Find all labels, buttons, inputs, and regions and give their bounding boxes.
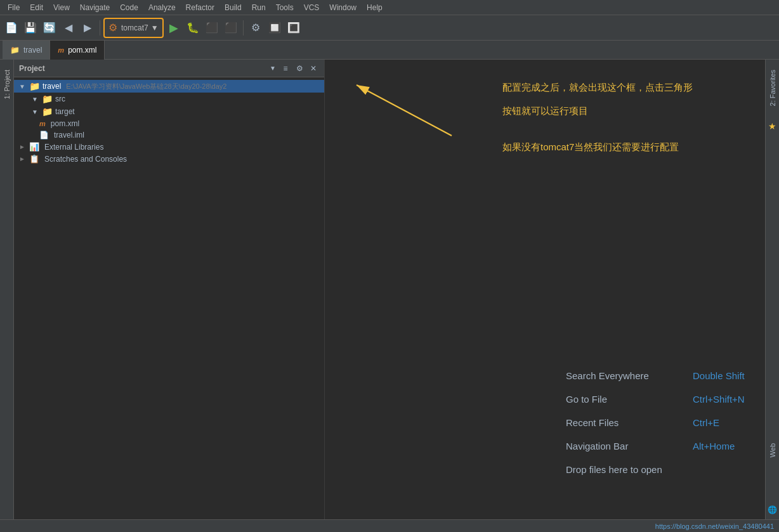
menu-analyze[interactable]: Analyze: [143, 2, 181, 13]
hide-panel-button[interactable]: ✕: [308, 63, 319, 74]
tab-pomxml-icon: m: [58, 46, 64, 54]
build-button[interactable]: 🔲: [266, 19, 284, 37]
back-button[interactable]: ◀: [60, 19, 77, 37]
shortcut-search-everywhere-label: Search Everywhere: [566, 370, 693, 381]
file-icon-pom: m: [39, 120, 46, 127]
favorites-tab-vertical[interactable]: 2: Favorites: [767, 65, 778, 111]
folder-icon-target: 📁: [42, 107, 53, 117]
drop-files-label: Drop files here to open: [566, 464, 662, 475]
run-button[interactable]: ▶: [165, 19, 183, 37]
shortcut-goto-file-label: Go to File: [566, 394, 693, 405]
tree-label-external: External Libraries: [44, 143, 103, 152]
tree-path-travel: E:\JAVA学习资料\JavaWeb基础28天\day20-28\day2: [66, 82, 226, 91]
menu-file[interactable]: File: [3, 2, 25, 13]
tree-item-external[interactable]: ► 📊 External Libraries: [14, 141, 324, 153]
tab-travel[interactable]: 📁 travel: [3, 41, 50, 60]
tab-pomxml-label: pom.xml: [68, 46, 96, 55]
tree-label-src: src: [55, 94, 65, 103]
tree-label-scratches: Scratches and Consoles: [44, 155, 127, 164]
debug-button[interactable]: 🐛: [184, 19, 202, 37]
file-icon-iml: 📄: [39, 131, 49, 139]
menu-edit[interactable]: Edit: [25, 2, 48, 13]
tree-arrow-src: ▼: [32, 96, 39, 103]
toolbar: 📄 💾 🔄 ◀ ▶ ⚙ tomcat7 ▼ ▶ 🐛 ⬛ ⬛ ⚙ 🔲 🔳: [0, 15, 779, 41]
tree-arrow-target: ▼: [32, 108, 39, 115]
panel-title: Project: [19, 64, 266, 73]
tab-bar: 📁 travel m pom.xml: [0, 41, 779, 60]
dropdown-arrow: ▼: [151, 23, 159, 32]
run-config-label: tomcat7: [121, 23, 148, 32]
url-text: https://blog.csdn.net/weixin_43480441: [655, 522, 774, 530]
menu-build[interactable]: Build: [219, 2, 247, 13]
panel-actions: ≡ ⚙ ✕: [280, 63, 319, 74]
shortcuts-area: Search Everywhere Double Shift Go to Fil…: [566, 364, 760, 481]
shortcut-drop-files: Drop files here to open: [566, 458, 760, 481]
tab-travel-icon: 📁: [10, 46, 20, 55]
shortcut-nav-bar-label: Navigation Bar: [566, 441, 693, 451]
favorites-star-icon: ★: [768, 121, 776, 131]
run-config-icon: ⚙: [108, 22, 117, 34]
new-file-button[interactable]: 📄: [3, 19, 20, 37]
run-config-dropdown[interactable]: tomcat7 ▼: [121, 23, 159, 32]
sdk-button[interactable]: ⚙: [247, 19, 265, 37]
tree-item-iml[interactable]: 📄 travel.iml: [14, 129, 324, 141]
shortcut-search-everywhere-key: Double Shift: [693, 370, 745, 381]
settings-button[interactable]: ⚙: [294, 63, 305, 74]
shortcut-recent-files: Recent Files Ctrl+E: [566, 411, 760, 434]
svg-line-1: [357, 85, 452, 136]
run-config-box: ⚙ tomcat7 ▼: [103, 18, 164, 38]
project-tab-vertical[interactable]: 1: Project: [1, 65, 13, 104]
tree-label-iml: travel.iml: [54, 131, 84, 139]
shortcut-nav-bar: Navigation Bar Alt+Home: [566, 434, 760, 458]
menu-bar: File Edit View Navigate Code Analyze Ref…: [0, 0, 779, 15]
menu-vcs[interactable]: VCS: [299, 2, 325, 13]
annotation-block-1: 配置完成之后，就会出现这个框，点击三角形 按钮就可以运行项目: [452, 79, 779, 119]
tree-item-pom[interactable]: m pom.xml: [14, 118, 324, 129]
separator-2: [243, 20, 244, 36]
annotation-line1: 配置完成之后，就会出现这个框，点击三角形: [502, 79, 779, 96]
tree-arrow-external: ►: [19, 143, 27, 150]
sync-button[interactable]: 🔄: [41, 19, 58, 37]
stop-button[interactable]: ⬛: [222, 19, 240, 37]
tab-pomxml[interactable]: m pom.xml: [50, 41, 105, 60]
menu-help[interactable]: Help: [362, 2, 388, 13]
folder-icon-external: 📊: [29, 142, 39, 152]
shortcut-search-everywhere: Search Everywhere Double Shift: [566, 364, 760, 387]
layout-button[interactable]: 🔳: [285, 19, 303, 37]
url-bar: https://blog.csdn.net/weixin_43480441: [0, 519, 779, 532]
menu-navigate[interactable]: Navigate: [75, 2, 115, 13]
annotation-area: 配置完成之后，就会出现这个框，点击三角形 按钮就可以运行项目 如果没有tomca…: [325, 60, 779, 237]
coverage-button[interactable]: ⬛: [203, 19, 221, 37]
forward-button[interactable]: ▶: [79, 19, 96, 37]
tree-item-target[interactable]: ▼ 📁 target: [14, 105, 324, 118]
annotation-arrow: [337, 72, 464, 148]
open-button[interactable]: 💾: [22, 19, 39, 37]
shortcut-recent-files-label: Recent Files: [566, 417, 693, 428]
tree-label-target: target: [55, 107, 75, 116]
panel-title-dropdown[interactable]: ▼: [270, 65, 276, 72]
tree-label-pom: pom.xml: [51, 119, 79, 128]
shortcut-nav-bar-key: Alt+Home: [693, 441, 735, 451]
annotation-line3: 如果没有tomcat7当然我们还需要进行配置: [502, 138, 779, 155]
menu-view[interactable]: View: [48, 2, 75, 13]
menu-window[interactable]: Window: [324, 2, 362, 13]
file-tree: ▼ 📁 travel E:\JAVA学习资料\JavaWeb基础28天\day2…: [14, 77, 324, 532]
annotation-line2: 按钮就可以运行项目: [502, 102, 779, 119]
tree-item-src[interactable]: ▼ 📁 src: [14, 93, 324, 105]
left-panel-tabs: 1: Project: [0, 60, 14, 532]
menu-refactor[interactable]: Refactor: [181, 2, 219, 13]
menu-run[interactable]: Run: [247, 2, 271, 13]
tree-item-scratches[interactable]: ► 📋 Scratches and Consoles: [14, 153, 324, 165]
web-tab-vertical[interactable]: Web: [767, 438, 778, 462]
folder-icon-scratches: 📋: [29, 154, 39, 164]
tab-travel-label: travel: [23, 46, 42, 55]
tree-arrow-scratches: ►: [19, 155, 27, 162]
tree-item-travel[interactable]: ▼ 📁 travel E:\JAVA学习资料\JavaWeb基础28天\day2…: [14, 80, 324, 93]
favorites-tab: 2: Favorites ★ Web 🌐: [765, 60, 779, 519]
shortcut-goto-file: Go to File Ctrl+Shift+N: [566, 387, 760, 411]
menu-tools[interactable]: Tools: [271, 2, 299, 13]
collapse-all-button[interactable]: ≡: [280, 63, 291, 74]
folder-icon-src: 📁: [42, 94, 53, 104]
editor-area: 配置完成之后，就会出现这个框，点击三角形 按钮就可以运行项目 如果没有tomca…: [325, 60, 779, 532]
menu-code[interactable]: Code: [115, 2, 143, 13]
